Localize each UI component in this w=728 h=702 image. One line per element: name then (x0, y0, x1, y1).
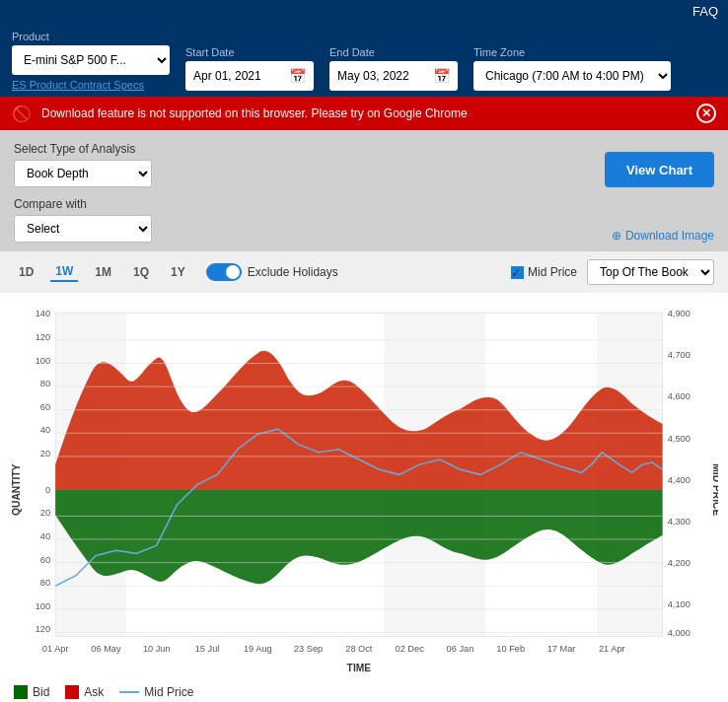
svg-text:19 Aug: 19 Aug (244, 644, 272, 654)
end-date-label: End Date (329, 46, 458, 58)
bid-label: Bid (33, 685, 49, 699)
download-image-link[interactable]: ⊕ Download Image (612, 229, 714, 243)
compare-group: Compare with Select (14, 197, 152, 243)
svg-text:120: 120 (36, 624, 50, 634)
mid-price-legend-label: Mid Price (144, 685, 193, 699)
analysis-label: Select Type of Analysis (14, 142, 152, 156)
svg-text:80: 80 (40, 379, 50, 388)
warning-close-button[interactable]: ✕ (696, 104, 716, 123)
svg-text:4,300: 4,300 (668, 517, 691, 526)
svg-text:4,000: 4,000 (668, 628, 691, 638)
svg-text:0: 0 (45, 485, 50, 495)
svg-text:15 Jul: 15 Jul (195, 644, 220, 654)
svg-text:21 Apr: 21 Apr (599, 644, 625, 654)
product-label: Product (12, 31, 170, 42)
toggle-dot (226, 265, 240, 279)
svg-text:28 Oct: 28 Oct (345, 644, 373, 654)
legend-mid-price: Mid Price (119, 685, 193, 699)
controls-area: Select Type of Analysis Book Depth View … (0, 130, 728, 250)
time-btn-1m[interactable]: 1M (90, 263, 116, 281)
time-btn-1d[interactable]: 1D (14, 263, 38, 281)
legend-ask: Ask (65, 685, 104, 699)
svg-text:4,200: 4,200 (668, 558, 691, 568)
svg-text:4,900: 4,900 (668, 309, 691, 318)
svg-text:100: 100 (36, 601, 50, 611)
svg-text:40: 40 (40, 425, 50, 435)
timezone-field: Time Zone Chicago (7:00 AM to 4:00 PM) (473, 46, 671, 91)
svg-text:02 Dec: 02 Dec (396, 644, 425, 654)
chart-area: 140 120 100 80 60 40 20 0 20 40 60 80 10… (0, 293, 728, 677)
svg-text:4,500: 4,500 (668, 434, 691, 444)
ask-label: Ask (84, 685, 104, 699)
compare-select[interactable]: Select (14, 215, 152, 243)
svg-text:06 Jan: 06 Jan (447, 644, 474, 654)
faq-link[interactable]: FAQ (692, 4, 718, 19)
ask-color-box (65, 685, 79, 699)
chart-svg: 140 120 100 80 60 40 20 0 20 40 60 80 10… (10, 303, 718, 677)
warning-message: Download feature is not supported on thi… (41, 106, 468, 120)
svg-text:4,100: 4,100 (668, 599, 691, 609)
svg-text:23 Sep: 23 Sep (294, 644, 323, 654)
start-date-field: Start Date Apr 01, 2021 📅 (185, 46, 314, 91)
svg-text:80: 80 (40, 578, 50, 588)
start-date-value: Apr 01, 2021 (193, 69, 283, 83)
mid-price-checkbox[interactable]: ✓ (511, 266, 524, 279)
compare-label: Compare with (14, 197, 152, 211)
svg-text:60: 60 (40, 402, 50, 412)
exclude-holidays-toggle[interactable]: Exclude Holidays (206, 263, 338, 281)
svg-text:60: 60 (40, 555, 50, 565)
svg-text:06 May: 06 May (91, 644, 121, 654)
time-btn-1y[interactable]: 1Y (166, 263, 190, 281)
mid-price-label: Mid Price (528, 265, 577, 279)
mid-price-line (119, 691, 139, 693)
toggle-label: Exclude Holidays (248, 265, 338, 279)
svg-text:140: 140 (36, 309, 50, 318)
end-date-input[interactable]: May 03, 2022 📅 (329, 61, 458, 91)
controls-bottom-row: Compare with Select ⊕ Download Image (14, 197, 714, 243)
product-select[interactable]: E-mini S&P 500 F... (12, 45, 170, 75)
svg-text:100: 100 (36, 356, 50, 366)
svg-text:4,400: 4,400 (668, 475, 691, 485)
chart-legend: Bid Ask Mid Price (0, 677, 728, 703)
svg-text:20: 20 (40, 508, 50, 518)
svg-text:10 Jun: 10 Jun (143, 644, 171, 654)
svg-text:QUANTITY: QUANTITY (11, 463, 22, 516)
svg-text:01 Apr: 01 Apr (42, 644, 69, 654)
end-date-value: May 03, 2022 (337, 69, 427, 83)
svg-text:4,600: 4,600 (668, 391, 691, 401)
svg-text:120: 120 (36, 332, 50, 342)
download-image-label: Download Image (625, 229, 714, 243)
svg-text:17 Mar: 17 Mar (547, 644, 576, 654)
time-btn-1w[interactable]: 1W (50, 262, 78, 282)
mid-price-checkbox-container[interactable]: ✓ Mid Price (511, 265, 577, 279)
time-btn-1q[interactable]: 1Q (128, 263, 154, 281)
top-bar: Product E-mini S&P 500 F... ES Product C… (0, 23, 728, 97)
specs-link[interactable]: ES Product Contract Specs (12, 79, 170, 91)
svg-text:20: 20 (40, 449, 50, 458)
warning-bar: 🚫 Download feature is not supported on t… (0, 97, 728, 130)
svg-text:TIME: TIME (347, 663, 372, 673)
top-of-book-select[interactable]: Top Of The Book (587, 259, 714, 285)
svg-text:40: 40 (40, 531, 50, 541)
svg-text:4,700: 4,700 (668, 350, 691, 360)
analysis-select[interactable]: Book Depth (14, 160, 152, 187)
start-date-label: Start Date (185, 46, 314, 58)
chart-container: 140 120 100 80 60 40 20 0 20 40 60 80 10… (10, 303, 718, 677)
calendar-icon[interactable]: 📅 (289, 68, 306, 84)
controls-top-row: Select Type of Analysis Book Depth View … (14, 142, 714, 187)
chart-right-controls: ✓ Mid Price Top Of The Book (511, 259, 714, 285)
warning-icon: 🚫 (12, 105, 32, 123)
bid-color-box (14, 685, 28, 699)
legend-bid: Bid (14, 685, 49, 699)
calendar-icon-end[interactable]: 📅 (433, 68, 450, 84)
svg-text:MID PRICE: MID PRICE (711, 463, 718, 516)
view-chart-button[interactable]: View Chart (605, 152, 714, 187)
start-date-input[interactable]: Apr 01, 2021 📅 (185, 61, 314, 91)
chart-controls: 1D 1W 1M 1Q 1Y Exclude Holidays ✓ Mid Pr… (0, 250, 728, 293)
header: FAQ (0, 0, 728, 23)
timezone-select[interactable]: Chicago (7:00 AM to 4:00 PM) (473, 61, 671, 91)
download-icon: ⊕ (612, 229, 621, 243)
product-field: Product E-mini S&P 500 F... (12, 31, 170, 75)
analysis-group: Select Type of Analysis Book Depth (14, 142, 152, 187)
toggle-switch[interactable] (206, 263, 242, 281)
